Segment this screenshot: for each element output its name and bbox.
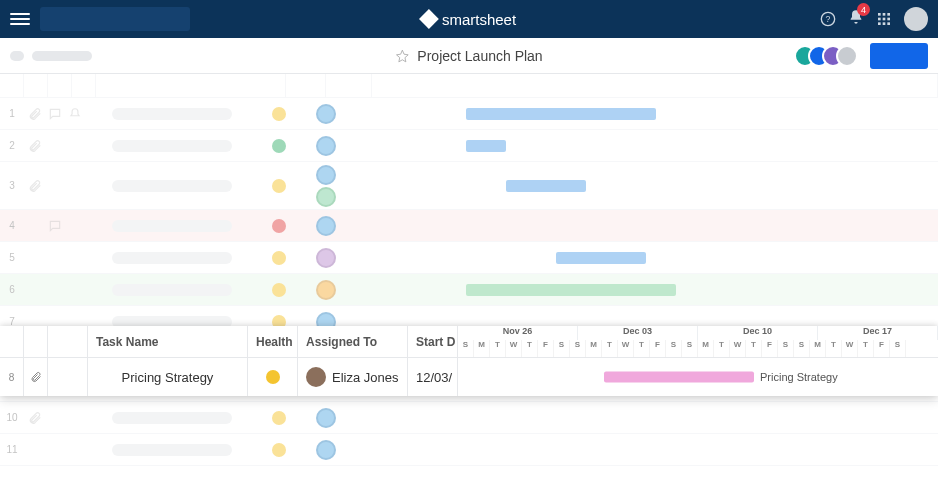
health-dot bbox=[272, 251, 286, 265]
comment-icon bbox=[48, 107, 62, 121]
indicator-cell bbox=[48, 358, 88, 396]
gantt-bar[interactable] bbox=[506, 180, 586, 192]
row-number: 8 bbox=[0, 358, 24, 396]
attachment-cell[interactable] bbox=[24, 358, 48, 396]
row-number: 4 bbox=[0, 220, 24, 231]
gantt-area bbox=[446, 98, 938, 129]
help-icon[interactable]: ? bbox=[820, 11, 836, 27]
task-placeholder bbox=[112, 252, 232, 264]
day-label: T bbox=[602, 340, 618, 357]
user-avatar[interactable] bbox=[904, 7, 928, 31]
top-navbar: smartsheet ? 4 bbox=[0, 0, 938, 38]
breadcrumb-placeholder bbox=[32, 51, 92, 61]
notification-badge: 4 bbox=[857, 3, 870, 16]
hamburger-menu-icon[interactable] bbox=[10, 9, 30, 29]
sheet-row[interactable]: 2 bbox=[0, 130, 938, 162]
day-label: T bbox=[858, 340, 874, 357]
gantt-bar[interactable] bbox=[466, 140, 506, 152]
paperclip-icon bbox=[28, 179, 42, 193]
sheet-row[interactable]: 5 bbox=[0, 242, 938, 274]
health-header[interactable]: Health bbox=[248, 326, 298, 357]
day-label: W bbox=[842, 340, 858, 357]
row-number: 1 bbox=[0, 108, 24, 119]
assignee-avatar bbox=[306, 367, 326, 387]
month-label: Nov 26 bbox=[458, 326, 578, 340]
svg-rect-6 bbox=[883, 18, 886, 21]
task-placeholder bbox=[112, 220, 232, 232]
task-placeholder bbox=[112, 284, 232, 296]
assigned-to-header[interactable]: Assigned To bbox=[298, 326, 408, 357]
gantt-bar[interactable] bbox=[604, 372, 754, 383]
task-name-cell[interactable]: Pricing Strategy bbox=[88, 358, 248, 396]
assigned-to-cell[interactable]: Eliza Jones bbox=[298, 358, 408, 396]
search-input[interactable] bbox=[40, 7, 190, 31]
day-label: W bbox=[730, 340, 746, 357]
day-label: S bbox=[666, 340, 682, 357]
assignee-avatar bbox=[316, 248, 336, 268]
gantt-bar[interactable] bbox=[466, 108, 656, 120]
gantt-bar[interactable] bbox=[556, 252, 646, 264]
attachment-header bbox=[24, 326, 48, 357]
gantt-area bbox=[446, 402, 938, 433]
start-date-cell[interactable]: 12/03/ bbox=[408, 358, 458, 396]
focused-data-row[interactable]: 8 Pricing Strategy Eliza Jones 12/03/ Pr… bbox=[0, 358, 938, 396]
health-dot bbox=[272, 443, 286, 457]
day-label: S bbox=[570, 340, 586, 357]
health-dot bbox=[272, 219, 286, 233]
day-label: S bbox=[458, 340, 474, 357]
day-label: F bbox=[874, 340, 890, 357]
sheet-row[interactable]: 3 bbox=[0, 162, 938, 210]
day-label: M bbox=[810, 340, 826, 357]
row-number: 5 bbox=[0, 252, 24, 263]
svg-rect-10 bbox=[887, 22, 890, 25]
notifications-button[interactable]: 4 bbox=[848, 9, 864, 29]
collaborator-avatar bbox=[836, 45, 858, 67]
paperclip-icon bbox=[28, 411, 42, 425]
row-number-header bbox=[0, 326, 24, 357]
sheet-title: Project Launch Plan bbox=[417, 48, 542, 64]
share-button[interactable] bbox=[870, 43, 928, 69]
assignee-avatar bbox=[316, 187, 336, 207]
assignee-avatar bbox=[316, 165, 336, 185]
sheet-row[interactable]: 4 bbox=[0, 210, 938, 242]
task-name-header[interactable]: Task Name bbox=[88, 326, 248, 357]
collaborator-avatars[interactable] bbox=[802, 45, 858, 67]
paperclip-icon bbox=[30, 370, 42, 384]
health-dot bbox=[272, 107, 286, 121]
icon-placeholder bbox=[10, 51, 24, 61]
apps-grid-icon[interactable] bbox=[876, 11, 892, 27]
day-label: T bbox=[826, 340, 842, 357]
health-dot bbox=[272, 411, 286, 425]
sheet-row[interactable]: 11 bbox=[0, 434, 938, 466]
sheet-title-area: Project Launch Plan bbox=[395, 48, 542, 64]
day-label: S bbox=[890, 340, 906, 357]
star-icon[interactable] bbox=[395, 49, 409, 63]
gantt-area bbox=[446, 242, 938, 273]
day-label: T bbox=[522, 340, 538, 357]
svg-rect-9 bbox=[883, 22, 886, 25]
paperclip-icon bbox=[28, 107, 42, 121]
comment-icon bbox=[48, 219, 62, 233]
svg-rect-5 bbox=[878, 18, 881, 21]
svg-rect-3 bbox=[883, 13, 886, 16]
sheet-row[interactable]: 10 bbox=[0, 402, 938, 434]
smartsheet-logo-icon bbox=[419, 9, 439, 29]
day-label: T bbox=[634, 340, 650, 357]
bell-icon bbox=[68, 107, 82, 121]
gantt-bar[interactable] bbox=[466, 284, 676, 296]
assignee-avatar bbox=[316, 104, 336, 124]
sheet-row[interactable]: 6 bbox=[0, 274, 938, 306]
start-date-header[interactable]: Start D bbox=[408, 326, 458, 357]
assignee-name: Eliza Jones bbox=[332, 370, 398, 385]
task-placeholder bbox=[112, 108, 232, 120]
column-header-row: Task Name Health Assigned To Start D Nov… bbox=[0, 326, 938, 358]
task-placeholder bbox=[112, 444, 232, 456]
sheet-row[interactable]: 1 bbox=[0, 98, 938, 130]
day-label: W bbox=[618, 340, 634, 357]
row-number: 3 bbox=[0, 180, 24, 191]
day-label: F bbox=[538, 340, 554, 357]
gantt-area bbox=[446, 130, 938, 161]
health-cell[interactable] bbox=[248, 358, 298, 396]
blank-header bbox=[48, 326, 88, 357]
assignee-avatar bbox=[316, 408, 336, 428]
